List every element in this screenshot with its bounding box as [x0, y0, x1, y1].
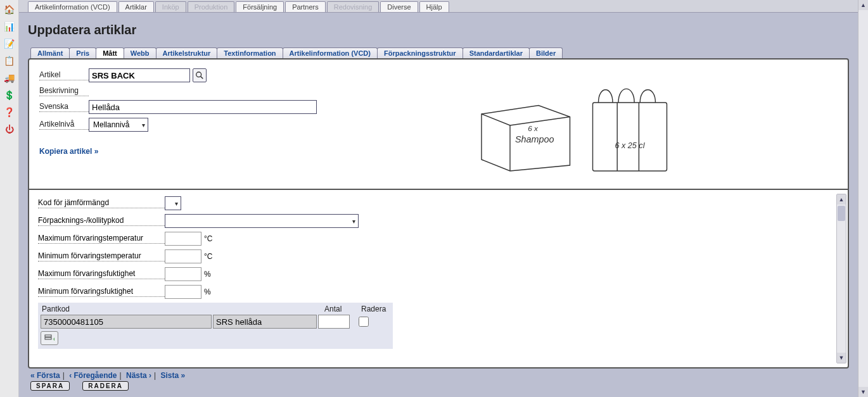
max-temp-unit: °C	[204, 234, 212, 243]
window-scroll-down-icon[interactable]: ▼	[858, 387, 868, 397]
pager: « Första| ‹ Föregående| Nästa ›| Sista »	[30, 371, 846, 380]
inner-tab-bilder[interactable]: Bilder	[529, 47, 563, 58]
min-hum-input[interactable]	[165, 285, 201, 299]
copy-article-link[interactable]: Kopiera artikel »	[39, 147, 98, 156]
money-icon[interactable]: 💲	[3, 88, 16, 102]
inner-tab-artikelstruktur[interactable]: Artikelstruktur	[156, 47, 218, 58]
pager-last[interactable]: Sista »	[160, 371, 185, 380]
kod-label: Kod för jämförmängd	[38, 198, 165, 208]
artikelniva-label: Artikelnivå	[39, 120, 89, 130]
svg-text:6 x: 6 x	[528, 124, 539, 132]
artikel-input[interactable]	[89, 68, 190, 82]
max-hum-label: Maximum förvaringsfuktighet	[38, 269, 165, 279]
top-tab-artiklar[interactable]: Artiklar	[118, 1, 154, 12]
scroll-thumb[interactable]	[838, 206, 845, 221]
artikelniva-value: Mellannivå	[93, 120, 129, 129]
inner-tab-textinformation[interactable]: Textinformation	[217, 47, 283, 58]
max-hum-unit: %	[204, 270, 211, 279]
save-button[interactable]: SPARA	[30, 381, 70, 391]
max-hum-input[interactable]	[165, 267, 201, 281]
inner-tab-pris[interactable]: Pris	[69, 47, 96, 58]
max-temp-input[interactable]	[165, 232, 201, 246]
top-tab-produktion: Produktion	[188, 1, 235, 12]
svg-line-1	[201, 77, 203, 79]
svg-text:6 x 25 cl: 6 x 25 cl	[615, 141, 646, 150]
main-panel: Artikel Beskrivning Svenska	[28, 58, 849, 369]
pager-prev[interactable]: ‹ Föregående	[69, 371, 117, 380]
min-temp-unit: °C	[204, 252, 212, 261]
svg-rect-4	[593, 103, 667, 171]
top-tab-redovisning: Redovisning	[327, 1, 380, 12]
pantkod-row	[41, 315, 390, 329]
inner-tab-allmänt[interactable]: Allmänt	[30, 47, 70, 58]
pantkod-col-header: Pantkod	[42, 305, 218, 313]
svg-text:Shampoo: Shampoo	[515, 134, 554, 144]
window-scroll-up-icon[interactable]: ▲	[858, 0, 868, 10]
svenska-input[interactable]	[89, 100, 317, 114]
left-sidebar: 🏠 📊 📝 📋 🚚 💲 ❓ ⏻	[0, 0, 19, 397]
window-scrollbar[interactable]: ▲ ▼	[858, 0, 868, 397]
add-pantkod-row-button[interactable]: +	[41, 331, 58, 345]
list-icon[interactable]: 📋	[3, 54, 16, 68]
truck-icon[interactable]: 🚚	[3, 71, 16, 85]
panel-scrollbar[interactable]: ▲ ▼	[836, 194, 846, 363]
min-temp-label: Minimum förvaringstemperatur	[38, 251, 165, 262]
inner-tab-bar: AllmäntPrisMåttWebbArtikelstrukturTextin…	[30, 47, 849, 58]
help-icon[interactable]: ❓	[3, 105, 16, 119]
pantkod-radera-checkbox[interactable]	[359, 317, 369, 327]
stats-icon[interactable]: 📊	[3, 20, 16, 34]
max-temp-label: Maximum förvaringstemperatur	[38, 234, 165, 244]
page-title: Uppdatera artiklar	[28, 23, 849, 37]
top-tab-bar: Artikelinformation (VCD)ArtiklarInköpPro…	[19, 0, 858, 13]
add-row-icon: +	[44, 334, 54, 343]
top-tab-partners[interactable]: Partners	[285, 1, 326, 12]
top-tab-f-rs-ljning[interactable]: Försäljning	[236, 1, 284, 12]
inner-tab-standardartiklar[interactable]: Standardartiklar	[463, 47, 530, 58]
power-icon[interactable]: ⏻	[3, 122, 16, 136]
pager-first[interactable]: « Första	[30, 371, 60, 380]
top-tab-ink-p: Inköp	[155, 1, 186, 12]
artikelniva-select[interactable]: Mellannivå	[89, 118, 148, 132]
min-temp-input[interactable]	[165, 249, 201, 263]
magnifier-icon	[195, 71, 204, 80]
top-tab-artikelinformation-vcd-[interactable]: Artikelinformation (VCD)	[28, 1, 117, 12]
pantkod-section: Pantkod Antal Radera +	[38, 303, 393, 349]
top-tab-diverse[interactable]: Diverse	[380, 1, 418, 12]
pantkod-antal-input[interactable]	[318, 315, 350, 329]
top-tab-hj-lp[interactable]: Hjälp	[419, 1, 449, 12]
forpack-label: Förpacknings-/kollitypkod	[38, 216, 165, 226]
inner-tab-artikelinformation-vcd-[interactable]: Artikelinformation (VCD)	[283, 47, 378, 58]
scroll-down-icon[interactable]: ▼	[837, 353, 846, 363]
kod-select[interactable]	[165, 196, 181, 210]
forpack-select[interactable]	[165, 214, 359, 228]
svenska-label: Svenska	[39, 102, 89, 112]
radera-col-header: Radera	[361, 305, 390, 313]
antal-col-header: Antal	[324, 305, 361, 313]
pager-next[interactable]: Nästa ›	[126, 371, 151, 380]
beskrivning-label: Beskrivning	[39, 86, 89, 96]
pantkod-code-input[interactable]	[41, 315, 212, 329]
note-icon[interactable]: 📝	[3, 37, 16, 51]
svg-text:+: +	[53, 336, 54, 343]
inner-tab-förpackningsstruktur[interactable]: Förpackningsstruktur	[377, 47, 463, 58]
svg-rect-8	[45, 335, 51, 337]
package-illustration: 6 x Shampoo 6 x 25 cl	[331, 68, 838, 182]
home-icon[interactable]: 🏠	[3, 3, 16, 16]
artikel-label: Artikel	[39, 70, 89, 80]
svg-point-0	[196, 72, 201, 77]
min-hum-unit: %	[204, 287, 211, 296]
artikel-search-button[interactable]	[193, 68, 207, 82]
scroll-up-icon[interactable]: ▲	[837, 194, 846, 205]
min-hum-label: Minimum förvaringsfuktighet	[38, 287, 165, 297]
delete-button[interactable]: RADERA	[82, 381, 129, 391]
svg-rect-9	[45, 337, 51, 339]
inner-tab-webb[interactable]: Webb	[124, 47, 156, 58]
pantkod-desc-input[interactable]	[213, 315, 317, 329]
inner-tab-mått[interactable]: Mått	[96, 47, 124, 58]
